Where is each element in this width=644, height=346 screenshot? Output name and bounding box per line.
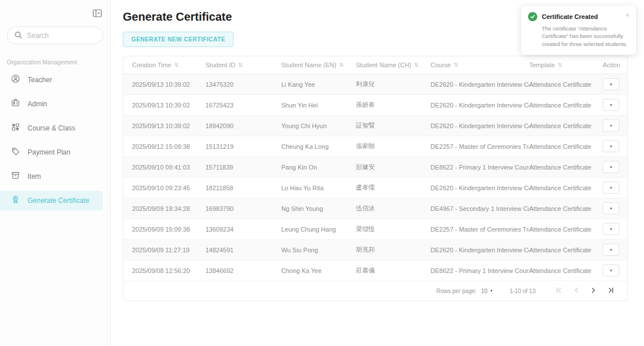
table-row: 2025/09/12 15:09:38 15131219 Cheung Ka L… [123,136,627,157]
cell-course: DE2620 - Kindergarten Interview Course [430,122,529,129]
cell-student-id: 15131219 [205,143,281,150]
sidebar-item-course-class[interactable]: Course & Class [0,118,103,138]
cell-course: DE2620 - Kindergarten Interview Course [430,184,529,191]
sidebar-search [7,26,103,44]
cell-template: Attendance Certificate [529,184,603,191]
search-icon [14,30,23,42]
cell-student-id: 15711839 [205,164,281,171]
sidebar-item-label: Generate Certificate [28,197,89,205]
row-action-dropdown-button[interactable]: ▾ [603,99,619,111]
cell-course: DE8622 - Primary 1 Interview Course [430,164,529,171]
cell-template: Attendance Certificate [529,143,603,150]
row-action-dropdown-button[interactable]: ▾ [603,161,619,173]
column-header-student-id[interactable]: Student ID ⇅ [205,61,281,68]
row-action-dropdown-button[interactable]: ▾ [603,120,619,132]
sort-icon[interactable]: ⇅ [453,63,458,68]
chevron-down-icon: ▾ [610,144,612,148]
item-box-icon [11,171,20,182]
first-page-button[interactable] [550,285,568,297]
sidebar-item-admin[interactable]: Admin [0,94,103,114]
sidebar-item-label: Teacher [28,76,52,84]
sort-icon[interactable]: ⇅ [339,63,344,68]
cell-creation-time: 2025/09/12 15:09:38 [132,143,205,150]
table-row: 2025/09/09 15:09:38 13609234 Leung Chung… [123,219,627,240]
cell-creation-time: 2025/09/09 11:27:19 [132,247,205,253]
close-icon[interactable]: × [626,12,629,18]
table-row: 2025/09/13 10:39:02 18942090 Young Chi H… [123,116,627,136]
payment-tag-icon [11,147,20,158]
certificates-table: Creation Time ⇅ Student ID ⇅ Student Nam… [123,56,628,301]
cell-template: Attendance Certificate [529,122,603,129]
cell-course: DE4967 - Secondary 1 Interview Course [430,205,529,212]
cell-template: Attendance Certificate [529,81,603,88]
cell-student-id: 14824591 [205,247,281,253]
cell-student-name-en: Shun Yin Hei [281,102,356,109]
column-header-student-name-en[interactable]: Student Name (EN) ⇅ [281,61,356,68]
teacher-icon [11,74,20,86]
sidebar-item-teacher[interactable]: Teacher [0,70,103,90]
table-row: 2025/09/10 09:23:45 18211858 Lo Hau Yu R… [123,178,627,198]
cell-student-id: 16725423 [205,102,281,109]
sidebar-section-label: Organization Management [7,59,110,66]
toast-notification: Certificate Created × The certificate “A… [521,6,636,55]
sort-icon[interactable]: ⇅ [174,63,179,68]
cell-template: Attendance Certificate [529,164,603,171]
chevron-right-icon [590,287,597,295]
cell-student-id: 18942090 [205,122,281,129]
generate-new-certificate-button[interactable]: GENERATE NEW CERTIFICATE [123,32,234,47]
certificate-medal-icon [11,195,20,206]
admin-badge-icon [11,98,20,110]
cell-student-name-en: Wu Siu Pong [281,247,356,253]
cell-creation-time: 2025/09/13 10:39:02 [132,81,205,88]
cell-student-name-ch: 胡兆邦 [356,245,430,254]
rows-per-page-label: Rows per page: [436,288,476,294]
chevron-down-icon: ▾ [610,103,612,107]
row-action-dropdown-button[interactable]: ▾ [603,264,619,276]
cell-creation-time: 2025/09/10 09:23:45 [132,184,205,191]
toast-title: Certificate Created [542,13,621,20]
table-row: 2025/09/09 11:27:19 14824591 Wu Siu Pong… [123,240,627,260]
sort-icon[interactable]: ⇅ [558,63,562,68]
column-header-course[interactable]: Course ⇅ [430,61,529,68]
sidebar-item-generate-certificate[interactable]: Generate Certificate [0,191,103,210]
table-body: 2025/09/13 10:39:02 13475320 Li Kang Yee… [123,74,627,281]
table-header-row: Creation Time ⇅ Student ID ⇅ Student Nam… [123,56,627,74]
row-action-dropdown-button[interactable]: ▾ [603,140,619,152]
cell-template: Attendance Certificate [529,247,603,253]
cell-student-name-ch: 莊嘉儀 [356,266,430,275]
prev-page-button[interactable] [568,285,585,297]
cell-student-name-en: Young Chi Hyun [281,122,356,129]
cell-template: Attendance Certificate [529,226,603,233]
sidebar-item-payment-plan[interactable]: Payment Plan [0,143,103,162]
cell-student-name-ch: 証智賢 [356,121,430,130]
pagination-range-label: 1-10 of 13 [510,288,536,294]
cell-student-name-ch: 梁頌恆 [356,225,430,233]
row-action-dropdown-button[interactable]: ▾ [603,182,619,194]
last-page-button[interactable] [602,285,619,297]
sort-icon[interactable]: ⇅ [238,63,243,68]
cell-template: Attendance Certificate [529,205,603,212]
cell-student-id: 18211858 [205,184,281,191]
chevron-down-icon: ▾ [610,82,612,86]
column-header-creation-time[interactable]: Creation Time ⇅ [132,61,205,68]
cell-template: Attendance Certificate [529,267,603,274]
sidebar-item-label: Item [28,172,41,180]
cell-course: DE2620 - Kindergarten Interview Course [430,102,529,109]
row-action-dropdown-button[interactable]: ▾ [603,202,619,214]
sidebar-collapse-icon[interactable] [92,8,102,18]
chevron-down-icon: ▾ [610,165,612,169]
cell-student-id: 13475320 [205,81,281,88]
sidebar-item-item[interactable]: Item [0,167,103,186]
cell-student-name-ch: 張家朗 [356,142,430,151]
column-header-student-name-ch[interactable]: Student Name (CH) ⇅ [356,61,430,68]
chevron-down-icon: ▾ [610,186,612,190]
cell-creation-time: 2025/09/13 10:39:02 [132,102,205,109]
next-page-button[interactable] [585,285,602,297]
sort-icon[interactable]: ⇅ [414,63,419,68]
rows-per-page-select[interactable]: 10 ▾ [481,288,492,294]
row-action-dropdown-button[interactable]: ▾ [603,244,619,256]
row-action-dropdown-button[interactable]: ▾ [603,223,619,235]
cell-student-name-ch: 孫妍希 [356,101,430,109]
column-header-template[interactable]: Template ⇅ [529,61,603,68]
row-action-dropdown-button[interactable]: ▾ [603,78,619,90]
